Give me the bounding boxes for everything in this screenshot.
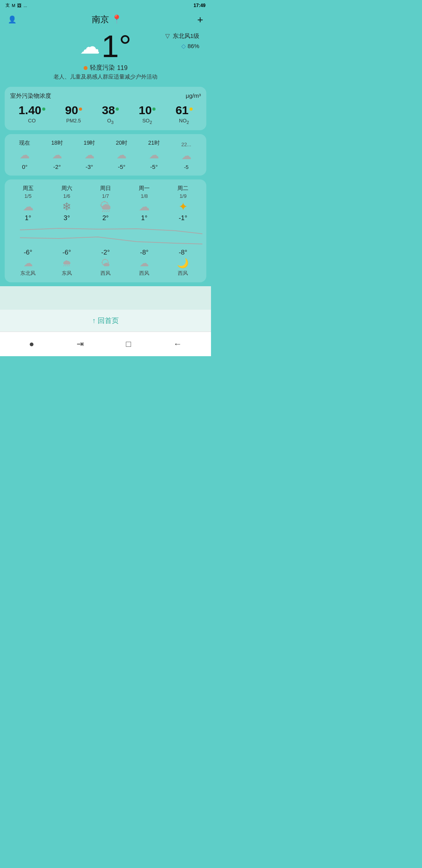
hour-icon-3: ☁	[116, 149, 127, 161]
day-date-4: 1/9	[179, 193, 186, 199]
pollution-header: 室外污染物浓度 μg/m³	[9, 92, 202, 100]
pollution-title: 室外污染物浓度	[10, 92, 51, 100]
hour-temp-2: -3°	[86, 163, 93, 170]
daily-low-item-1: -6° 🌧 东风	[47, 249, 86, 277]
daily-low-item-3: -8° ☁ 西风	[125, 249, 164, 277]
o3-value-row: 38	[102, 104, 119, 117]
pollution-item-pm25: 90 PM2.5	[65, 104, 82, 125]
daily-item-4: 周二 1/9 ✦ -1°	[164, 185, 202, 222]
day-high-3: 1°	[141, 214, 147, 222]
hour-label-more: 22...	[181, 142, 191, 147]
hour-temp-1: -2°	[53, 163, 61, 170]
hourly-item-4: 21时 ☁ -5°	[138, 140, 170, 170]
o3-value: 38	[102, 104, 115, 117]
status-time: 17:49	[193, 3, 206, 8]
hourly-item-2: 19时 ☁ -3°	[73, 140, 106, 170]
daily-low-item-0: -6° ☁ 东北风	[9, 249, 47, 277]
hour-temp-4: -5°	[150, 163, 157, 170]
hourly-item-3: 20时 ☁ -5°	[106, 140, 138, 170]
low-icon-2: 🌤	[101, 258, 110, 269]
day-icon-2: 🌦	[100, 200, 111, 213]
day-name-4: 周二	[177, 185, 188, 192]
low-icon-4: 🌙	[177, 258, 189, 269]
back-to-top-button[interactable]: ↑ 回首页	[0, 310, 211, 332]
hour-icon-1: ☁	[52, 149, 62, 161]
pm25-dot	[79, 108, 82, 111]
wind-label-0: 东北风	[20, 270, 36, 277]
square-nav-button[interactable]: □	[120, 337, 137, 351]
hour-temp-more: -5	[184, 164, 189, 170]
hourly-grid: 现在 ☁ 0° 18时 ☁ -2° 19时 ☁ -3° 20时 ☁ -5° 21…	[9, 140, 202, 170]
aqi-row: 轻度污染 119	[84, 64, 128, 72]
wind-humidity-info: ▽ 东北风1级 ◇ 86%	[165, 31, 199, 51]
main-weather-section: ☁ 1° ▽ 东北风1级 ◇ 86% 轻度污染 119 老人、儿童及易感人群应适…	[0, 27, 211, 83]
day-low-2: -2°	[101, 249, 110, 256]
day-low-0: -6°	[24, 249, 32, 256]
hour-label-3: 20时	[116, 140, 128, 147]
status-icon-alipay: 支	[5, 2, 10, 8]
hour-temp-0: 0°	[22, 163, 27, 170]
location-pin-icon: 📍	[111, 14, 122, 25]
wind-label-4: 西风	[178, 270, 188, 277]
wind-label-1: 东风	[62, 270, 72, 277]
so2-dot	[152, 108, 156, 111]
hour-label-0: 现在	[19, 140, 30, 147]
pollution-item-o3: 38 O3	[102, 104, 119, 125]
hour-label-1: 18时	[51, 140, 63, 147]
day-date-3: 1/8	[141, 193, 148, 199]
wind-label-3: 西风	[139, 270, 149, 277]
low-icon-0: ☁	[23, 258, 33, 269]
daily-low-grid: -6° ☁ 东北风 -6° 🌧 东风 -2° 🌤 西风 -8° ☁ 西风 -8°…	[9, 249, 202, 277]
hourly-card: 现在 ☁ 0° 18时 ☁ -2° 19时 ☁ -3° 20时 ☁ -5° 21…	[5, 134, 206, 176]
status-icon-photo: 🖼	[17, 3, 21, 8]
pollution-item-no2: 61 NO2	[175, 104, 192, 125]
so2-label: SO2	[142, 118, 152, 125]
aqi-value: 119	[117, 65, 128, 72]
day-high-1: 3°	[64, 214, 70, 222]
day-icon-4: ✦	[179, 200, 188, 213]
no2-dot	[190, 108, 193, 111]
hour-icon-4: ☁	[149, 149, 159, 161]
pollution-card: 室外污染物浓度 μg/m³ 1.40 CO 90 PM2.5 38 O3	[5, 87, 206, 130]
day-low-3: -8°	[140, 249, 148, 256]
status-left: 支 M 🖼 ...	[5, 2, 27, 8]
pm25-value-row: 90	[65, 104, 82, 117]
task-nav-button[interactable]: ⇥	[70, 337, 90, 351]
daily-forecast-card: 周五 1/5 ☁ 1° 周六 1/6 ❄ 3° 周日 1/7 🌦 2° 周一 1…	[5, 179, 206, 282]
day-low-1: -6°	[63, 249, 71, 256]
home-nav-button[interactable]: ●	[23, 337, 40, 351]
wind-text: ▽ 东北风1级	[165, 31, 199, 41]
daily-low-item-4: -8° 🌙 西风	[164, 249, 202, 277]
low-icon-1: 🌧	[62, 258, 72, 269]
pollution-item-co: 1.40 CO	[18, 104, 45, 125]
wind-label: 东北风1级	[173, 32, 199, 39]
cloud-icon: ☁	[80, 35, 100, 58]
o3-label: O3	[107, 118, 113, 125]
humidity-icon: ◇	[181, 43, 186, 49]
back-nav-button[interactable]: ←	[167, 337, 188, 351]
day-icon-3: ☁	[139, 200, 150, 213]
add-city-button[interactable]: +	[197, 14, 203, 25]
no2-label: NO2	[179, 118, 189, 125]
status-bar: 支 M 🖼 ... 17:49	[0, 0, 211, 11]
co-label: CO	[28, 118, 36, 124]
hour-temp-3: -5°	[118, 163, 125, 170]
temp-row: ☁ 1° ▽ 东北风1级 ◇ 86%	[8, 31, 203, 62]
temp-chart	[9, 224, 202, 247]
aqi-dot	[84, 66, 88, 70]
daily-item-2: 周日 1/7 🌦 2°	[86, 185, 125, 222]
low-icon-3: ☁	[139, 258, 149, 269]
humidity-text: ◇ 86%	[165, 41, 199, 51]
city-title: 南京 📍	[92, 14, 122, 25]
user-icon[interactable]: 👤	[8, 15, 16, 24]
day-low-4: -8°	[179, 249, 187, 256]
day-icon-1: ❄	[62, 200, 71, 213]
daily-item-3: 周一 1/8 ☁ 1°	[125, 185, 164, 222]
day-high-0: 1°	[25, 214, 31, 222]
so2-value: 10	[139, 104, 152, 117]
daily-header-grid: 周五 1/5 ☁ 1° 周六 1/6 ❄ 3° 周日 1/7 🌦 2° 周一 1…	[9, 185, 202, 222]
no2-value-row: 61	[175, 104, 192, 117]
status-icon-gmail: M	[12, 3, 15, 8]
day-name-1: 周六	[61, 185, 72, 192]
pm25-value: 90	[65, 104, 78, 117]
